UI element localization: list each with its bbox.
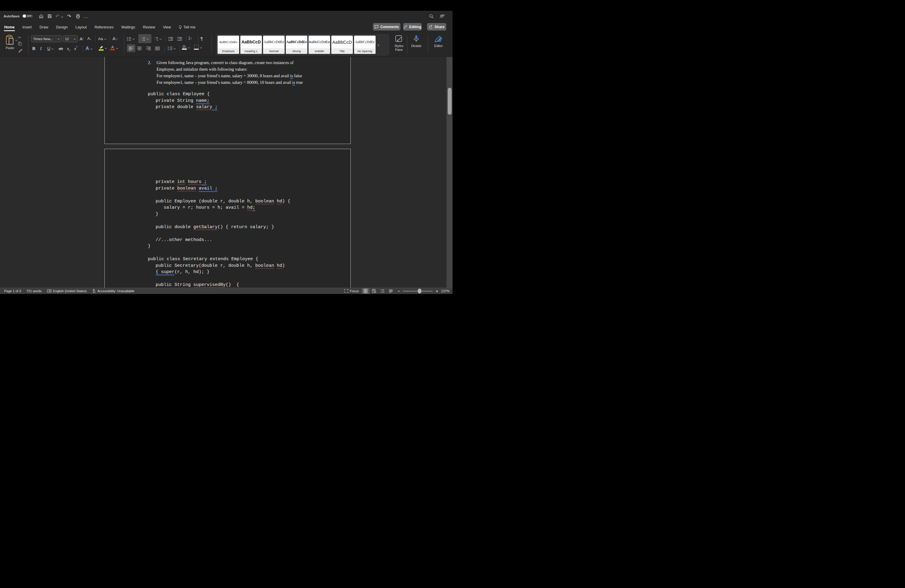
- document-page-1[interactable]: 2. Given following Java program, convert…: [105, 57, 351, 144]
- multilevel-chevron-icon: [159, 38, 162, 40]
- highlight-button[interactable]: [99, 44, 107, 51]
- increase-indent-button[interactable]: [177, 35, 182, 42]
- autosave-label: AutoSave: [3, 14, 19, 18]
- decrease-indent-button[interactable]: [168, 35, 173, 42]
- paste-button[interactable]: Paste: [3, 35, 17, 54]
- zoom-level[interactable]: 137%: [441, 289, 449, 293]
- document-canvas[interactable]: 2. Given following Java program, convert…: [0, 57, 452, 288]
- numbering-button[interactable]: 123: [138, 34, 151, 43]
- outline-view-button[interactable]: [379, 288, 386, 294]
- text-line: private double salary ;: [148, 104, 218, 110]
- shrink-font-button[interactable]: A^: [87, 35, 91, 42]
- font-color-button[interactable]: A: [110, 44, 118, 51]
- tab-home[interactable]: Home: [4, 22, 15, 32]
- style-card-normal[interactable]: AaBbCcDdEe Normal: [263, 36, 284, 54]
- redo-icon[interactable]: ↷: [67, 13, 72, 19]
- text-effects-button[interactable]: A: [86, 45, 92, 52]
- zoom-out-button[interactable]: −: [398, 289, 400, 293]
- ribbon-tab-bar: Home Insert Draw Design Layout Reference…: [0, 22, 452, 33]
- share-button[interactable]: Share: [427, 23, 446, 30]
- view-switcher: [362, 288, 395, 294]
- style-card-subtitle[interactable]: AaBbCcDdEe Subtitle: [308, 36, 330, 54]
- sort-button[interactable]: AZ ↓: [189, 35, 192, 41]
- change-case-button[interactable]: Aa: [98, 35, 106, 42]
- styles-pane-button[interactable]: Styles Pane: [391, 35, 407, 52]
- line-spacing-button[interactable]: [168, 45, 176, 51]
- tab-design[interactable]: Design: [56, 22, 68, 32]
- font-name-select[interactable]: Times New...: [31, 35, 62, 42]
- shading-button[interactable]: [182, 44, 190, 51]
- copy-icon[interactable]: [18, 41, 22, 47]
- superscript-button[interactable]: x2: [74, 45, 78, 52]
- style-card-heading1[interactable]: AaBbCcD Heading 1: [240, 36, 262, 54]
- dictate-button[interactable]: Dictate: [408, 35, 424, 48]
- underline-button[interactable]: U: [47, 45, 54, 52]
- draft-view-button[interactable]: [387, 288, 395, 294]
- subscript-button[interactable]: x2: [67, 45, 70, 52]
- align-center-button[interactable]: [137, 45, 142, 51]
- more-commands-icon[interactable]: …: [83, 13, 89, 19]
- tab-insert[interactable]: Insert: [22, 22, 32, 32]
- zoom-in-button[interactable]: +: [436, 289, 438, 293]
- small-divider: [95, 36, 95, 42]
- tab-layout[interactable]: Layout: [75, 22, 87, 32]
- document-page-2[interactable]: private int hours ;private boolean avail…: [105, 149, 351, 288]
- comments-button[interactable]: Comments: [373, 23, 400, 30]
- code-block-page1: public class Employee {private String na…: [148, 91, 218, 110]
- zoom-slider-thumb[interactable]: [418, 289, 421, 293]
- pencil-icon: [403, 25, 407, 29]
- style-card-emphasis[interactable]: AaBbCcDdEe Emphasis: [218, 36, 239, 54]
- styles-gallery-expand-button[interactable]: ›: [378, 42, 379, 47]
- page-count-status[interactable]: Page 1 of 3: [4, 289, 21, 293]
- feedback-icon[interactable]: [439, 13, 445, 19]
- search-icon[interactable]: [429, 13, 434, 19]
- editing-mode-button[interactable]: Editing: [403, 23, 422, 30]
- format-painter-icon[interactable]: [18, 49, 22, 54]
- print-layout-view-button[interactable]: [362, 288, 370, 294]
- tab-tell-me[interactable]: Tell me: [178, 22, 196, 32]
- web-layout-view-button[interactable]: [370, 288, 378, 294]
- vertical-scrollbar-track[interactable]: [446, 57, 452, 288]
- zoom-slider-track[interactable]: [403, 291, 433, 292]
- tab-view[interactable]: View: [162, 22, 171, 32]
- tab-draw[interactable]: Draw: [39, 22, 49, 32]
- cut-icon[interactable]: ✂: [18, 35, 22, 40]
- strikethrough-button[interactable]: ab: [59, 45, 63, 52]
- autosave-toggle[interactable]: OFF: [22, 14, 33, 18]
- text-line: }: [148, 211, 290, 218]
- bullets-button[interactable]: [127, 35, 135, 42]
- tab-review[interactable]: Review: [143, 22, 155, 32]
- style-card-title[interactable]: AaBbCcD Title: [331, 36, 353, 54]
- print-icon[interactable]: [75, 13, 81, 19]
- word-count-status[interactable]: 721 words: [26, 289, 41, 293]
- clear-formatting-button[interactable]: A◇: [113, 35, 118, 42]
- accessibility-status[interactable]: ? Accessibility: Unavailable: [92, 289, 135, 293]
- text-line: salary = r; hours = h; avail = hd;: [148, 205, 290, 211]
- undo-menu-chevron-icon[interactable]: [61, 16, 63, 17]
- tab-mailings[interactable]: Mailings: [121, 22, 136, 32]
- proofing-status[interactable]: English (United States): [47, 289, 87, 293]
- multilevel-list-button[interactable]: 1ai: [154, 35, 162, 42]
- style-card-nospacing[interactable]: AaBbCcDdEe No Spacing: [354, 36, 376, 54]
- focus-mode-button[interactable]: Focus: [344, 289, 359, 293]
- justify-button[interactable]: [155, 45, 160, 51]
- borders-button[interactable]: [194, 44, 202, 51]
- font-size-select[interactable]: 12: [63, 35, 78, 42]
- home-icon[interactable]: [38, 13, 44, 19]
- tab-references[interactable]: References: [94, 22, 114, 32]
- style-card-strong[interactable]: AaBbCcDdEe Strong: [286, 36, 307, 54]
- bold-button[interactable]: B: [32, 45, 35, 52]
- paste-menu-chevron-icon[interactable]: [15, 39, 17, 41]
- align-right-button[interactable]: [146, 45, 151, 51]
- undo-icon[interactable]: ↶: [55, 13, 60, 19]
- grow-font-button[interactable]: A^: [79, 35, 84, 42]
- show-marks-button[interactable]: ¶: [200, 35, 203, 42]
- text-line: { super(r, h, hd); }: [148, 269, 290, 275]
- text-line: public class Secretary extends Employee …: [148, 256, 290, 262]
- vertical-scrollbar-thumb[interactable]: [448, 88, 452, 114]
- align-left-button[interactable]: [127, 44, 135, 52]
- underline-chevron-icon: [51, 48, 54, 50]
- editor-button[interactable]: Editor: [430, 35, 446, 48]
- italic-button[interactable]: I: [40, 45, 41, 52]
- save-icon[interactable]: [47, 13, 52, 19]
